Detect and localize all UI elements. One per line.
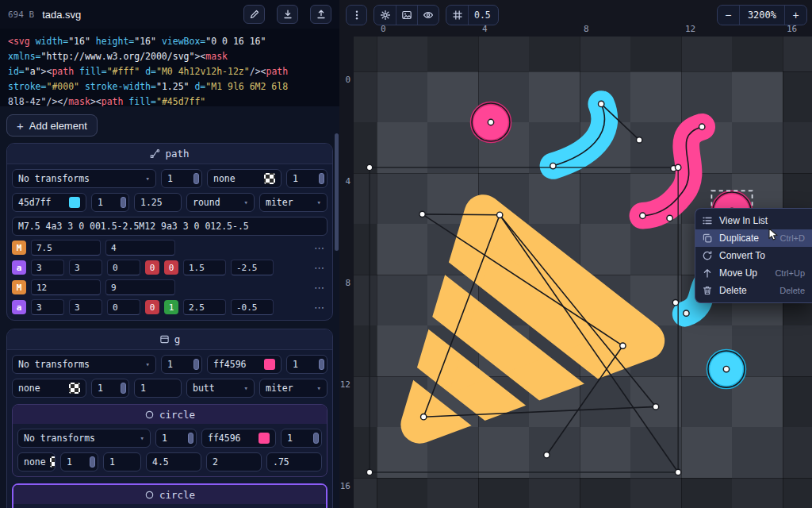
command-arg-input[interactable]: 3	[69, 299, 102, 315]
grid-size-input[interactable]: 0.5	[468, 6, 498, 25]
circle1-stroke-input[interactable]: none	[17, 452, 56, 471]
path-d-input[interactable]: M7.5 4a3 3 0 001.5-2.5M12 9a3 3 0 012.5-…	[12, 217, 327, 236]
fill-swatch[interactable]	[264, 359, 275, 370]
command-arg-input[interactable]: 3	[69, 260, 102, 275]
sidebar-scrollbar[interactable]	[335, 133, 339, 251]
g-transform-select[interactable]: No transforms▾	[12, 355, 156, 374]
circle1-opacity-input[interactable]: 1	[155, 429, 197, 448]
zoom-out-button[interactable]: −	[718, 6, 739, 25]
command-type-badge[interactable]: a	[12, 260, 26, 275]
command-more-button[interactable]: ⋯	[311, 242, 327, 254]
command-type-badge[interactable]: M	[12, 241, 26, 255]
fill-swatch[interactable]	[259, 433, 270, 444]
add-element-button[interactable]: + Add element	[6, 114, 98, 137]
g-fill-input[interactable]: ff4596	[207, 355, 282, 374]
circle1-stroke-width-input[interactable]: 1	[103, 452, 141, 471]
arc-flag-toggle[interactable]: 0	[145, 260, 159, 275]
stroke-swatch[interactable]	[69, 383, 80, 394]
command-arg-input[interactable]: 9	[105, 279, 175, 295]
gear-icon	[380, 10, 391, 21]
zoom-level[interactable]: 3200%	[739, 6, 785, 25]
slider-handle[interactable]	[121, 383, 126, 394]
path-stroke-opacity-input[interactable]: 1	[91, 193, 129, 212]
slider-handle[interactable]	[188, 433, 193, 444]
circle-panel-1-header[interactable]: circle	[13, 405, 327, 424]
command-more-button[interactable]: ⋯	[311, 262, 327, 274]
menu-item-convert-to[interactable]: Convert To	[695, 247, 812, 264]
command-arg-input[interactable]: 2.5	[183, 299, 226, 315]
g-panel-header[interactable]: g	[7, 329, 332, 350]
preview-button[interactable]	[417, 6, 439, 25]
circle-panel-2-header[interactable]: circle	[13, 485, 326, 504]
command-arg-input[interactable]: 0	[107, 299, 140, 315]
fill-swatch[interactable]	[264, 173, 275, 184]
element-sections: path No transforms▾ 1 none 1 45d7ff 1 1.…	[0, 138, 339, 508]
grid-button[interactable]	[446, 6, 468, 25]
path-fill-input[interactable]: none	[207, 169, 282, 188]
circle1-cx-input[interactable]: 4.5	[146, 452, 201, 471]
circle1-fill-input[interactable]: ff4596	[201, 429, 276, 448]
path-stroke-width-input[interactable]: 1.25	[134, 193, 182, 212]
path-fill-opacity-input[interactable]: 1	[286, 169, 327, 188]
more-options-button[interactable]	[346, 5, 367, 25]
command-arg-input[interactable]: 0	[107, 260, 140, 275]
slider-handle[interactable]	[319, 359, 324, 370]
command-arg-input[interactable]: 3	[31, 299, 64, 315]
edit-code-button[interactable]	[243, 5, 265, 24]
g-stroke-width-input[interactable]: 1	[134, 379, 182, 398]
arc-flag-toggle[interactable]: 0	[164, 260, 178, 275]
background-image-button[interactable]	[396, 6, 417, 25]
command-arg-input[interactable]: -2.5	[231, 260, 274, 275]
circle1-r-input[interactable]: .75	[266, 452, 322, 471]
ruler-tick-top: 12	[685, 24, 695, 34]
command-more-button[interactable]: ⋯	[311, 282, 327, 294]
arc-flag-toggle[interactable]: 1	[164, 300, 178, 314]
command-more-button[interactable]: ⋯	[311, 302, 327, 314]
menu-item-view-in-list[interactable]: View In List	[695, 212, 812, 229]
chevron-down-icon: ▾	[140, 434, 144, 442]
slider-handle[interactable]	[193, 173, 199, 184]
command-type-badge[interactable]: M	[12, 280, 26, 294]
arc-flag-toggle[interactable]: 0	[145, 300, 159, 314]
command-arg-input[interactable]: 1.5	[183, 260, 226, 275]
slider-handle[interactable]	[90, 456, 95, 468]
command-arg-input[interactable]: 4	[105, 240, 175, 256]
g-linecap-select[interactable]: butt▾	[186, 379, 255, 398]
menu-item-delete[interactable]: DeleteDelete	[695, 282, 812, 299]
stroke-swatch[interactable]	[50, 456, 56, 468]
g-fill-opacity-input[interactable]: 1	[286, 355, 327, 374]
path-panel-header[interactable]: path	[7, 144, 332, 164]
slider-handle[interactable]	[193, 359, 199, 370]
command-arg-input[interactable]: -0.5	[231, 299, 274, 315]
menu-item-move-up[interactable]: Move UpCtrl+Up	[695, 264, 812, 282]
circle1-fill-opacity-input[interactable]: 1	[281, 429, 322, 448]
path-linecap-select[interactable]: round▾	[186, 193, 255, 212]
g-opacity-input[interactable]: 1	[161, 355, 202, 374]
settings-button[interactable]	[374, 6, 396, 25]
circle1-stroke-opacity-input[interactable]: 1	[60, 452, 98, 471]
path-stroke-color-input[interactable]: 45d7ff	[12, 193, 86, 212]
path-linejoin-select[interactable]: miter▾	[259, 193, 327, 212]
g-stroke-input[interactable]: none	[12, 379, 86, 398]
circle1-transform-select[interactable]: No transforms▾	[17, 429, 151, 448]
command-arg-input[interactable]: 3	[31, 260, 64, 275]
circle1-cy-input[interactable]: 2	[206, 452, 262, 471]
slider-handle[interactable]	[319, 173, 324, 184]
command-arg-input[interactable]: 12	[31, 279, 101, 295]
upload-button[interactable]	[310, 5, 331, 24]
command-type-badge[interactable]: a	[12, 300, 26, 314]
g-stroke-opacity-input[interactable]: 1	[91, 379, 129, 398]
slider-handle[interactable]	[121, 197, 126, 208]
zoom-in-button[interactable]: +	[785, 6, 806, 25]
path-panel-title: path	[165, 148, 189, 160]
download-button[interactable]	[277, 5, 298, 24]
code-editor[interactable]: <svg width="16" height="16" viewBox="0 0…	[0, 29, 339, 106]
path-opacity-input[interactable]: 1	[161, 169, 202, 188]
stroke-swatch[interactable]	[69, 197, 80, 208]
slider-handle[interactable]	[313, 433, 319, 444]
g-linejoin-select[interactable]: miter▾	[259, 379, 327, 398]
canvas-area: 04812160481216	[339, 0, 812, 508]
command-arg-input[interactable]: 7.5	[31, 240, 101, 256]
menu-item-duplicate[interactable]: DuplicateCtrl+D	[695, 229, 812, 247]
path-transform-select[interactable]: No transforms▾	[12, 169, 156, 188]
